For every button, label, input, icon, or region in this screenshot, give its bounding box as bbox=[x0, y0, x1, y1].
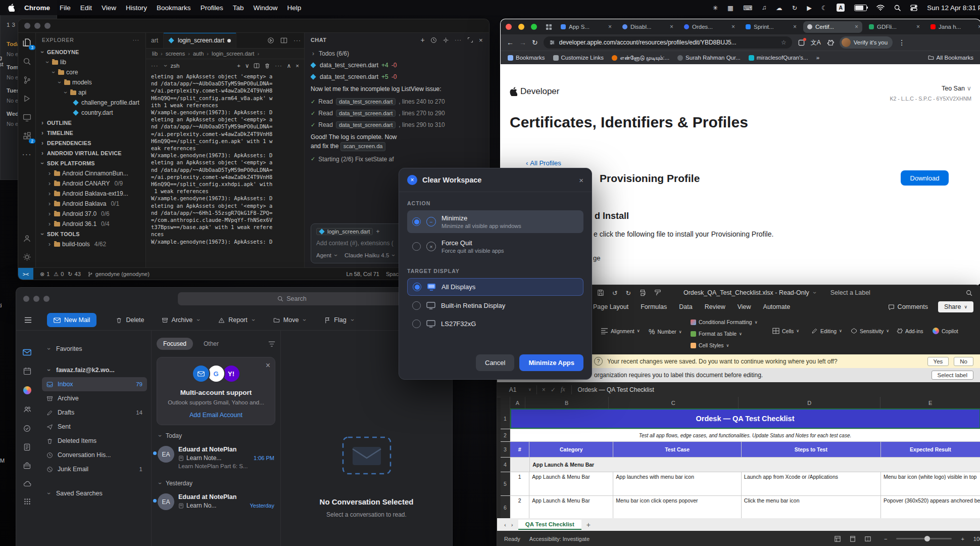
close-window-button[interactable] bbox=[23, 296, 29, 302]
briefcase-module-icon[interactable] bbox=[23, 462, 31, 470]
all-profiles-back-link[interactable]: ‹All Profiles bbox=[526, 159, 561, 167]
filter-icon[interactable] bbox=[268, 341, 275, 347]
cells-group[interactable]: Cells∨ bbox=[772, 328, 799, 334]
data-cell[interactable]: Popover (360x520) appears anchored be... bbox=[881, 496, 980, 519]
other-tab[interactable]: Other bbox=[197, 338, 225, 350]
subtitle-cell[interactable]: Test all app flows, edge cases, and func… bbox=[510, 429, 980, 441]
sensitivity-group[interactable]: Sensitivity∨ bbox=[851, 328, 889, 334]
radio-selected-icon[interactable] bbox=[412, 217, 421, 226]
copilot-button[interactable]: Copilot bbox=[933, 328, 958, 334]
menubar-item-file[interactable]: File bbox=[60, 4, 71, 12]
terminal-output[interactable]: eleting an ApkAssets object '<empty> a n… bbox=[146, 72, 304, 267]
translate-icon[interactable]: 文A bbox=[811, 38, 821, 47]
menubar-item-history[interactable]: History bbox=[126, 4, 147, 12]
diff-file-row[interactable]: data_test_screen.dart+4-0 bbox=[311, 62, 483, 69]
tab-groups-icon[interactable] bbox=[546, 24, 552, 30]
close-window-button[interactable] bbox=[506, 24, 512, 30]
tool-read-row[interactable]: ✓Readdata_test_screen.dart, lines 270 to… bbox=[311, 110, 483, 117]
todos-collapsed-row[interactable]: ›Todos (6/6) bbox=[311, 50, 483, 57]
explorer-more-icon[interactable]: ··· bbox=[133, 37, 140, 43]
close-tab-icon[interactable]: × bbox=[855, 23, 858, 30]
spotlight-search-icon[interactable] bbox=[894, 5, 901, 11]
column-header[interactable]: C bbox=[609, 397, 739, 408]
row-header[interactable]: 2 bbox=[501, 429, 510, 441]
add-ins-group[interactable]: Add-ins bbox=[896, 328, 923, 334]
folder-junk-email[interactable]: Junk Email1 bbox=[42, 462, 147, 476]
header-cell[interactable]: # bbox=[510, 442, 529, 457]
focused-tab[interactable]: Focused bbox=[157, 338, 193, 350]
header-cell[interactable]: Category bbox=[529, 442, 613, 457]
extension-icon[interactable] bbox=[798, 39, 805, 47]
apple-menu-icon[interactable] bbox=[8, 4, 15, 12]
tree-item-lib[interactable]: ›lib bbox=[36, 57, 145, 67]
conditional-formatting-button[interactable]: Conditional Formatting∨ bbox=[691, 319, 758, 325]
workspace-indicator[interactable]: genodyne (genodyne) bbox=[87, 271, 150, 277]
next-sheet-icon[interactable]: › bbox=[511, 522, 513, 528]
file-chip[interactable]: scan_screen.da bbox=[340, 142, 386, 151]
bookmark-item[interactable]: miraclesofQuran's... bbox=[749, 55, 808, 61]
select-label-button[interactable]: Select label bbox=[932, 371, 973, 380]
radio-icon[interactable] bbox=[412, 301, 421, 310]
bookmarks-overflow-icon[interactable]: » bbox=[816, 55, 819, 61]
zoom-window-button[interactable] bbox=[44, 23, 51, 29]
data-cell[interactable]: 2 bbox=[510, 496, 529, 519]
header-cell[interactable]: Steps to Test bbox=[742, 442, 881, 457]
terminal-dropdown-icon[interactable]: ∨ bbox=[245, 62, 249, 69]
grid-status-icon[interactable]: ▦ bbox=[727, 4, 733, 12]
more-activity-icon[interactable]: ··· bbox=[21, 149, 32, 160]
copilot-module-icon[interactable] bbox=[23, 386, 31, 394]
more-apps-icon[interactable] bbox=[24, 498, 31, 505]
editor-tab-login-screen[interactable]: login_screen.dart bbox=[164, 33, 236, 48]
report-button[interactable]: Report› bbox=[218, 316, 256, 324]
cancel-entry-icon[interactable]: × bbox=[542, 386, 546, 393]
menubar-item-tab[interactable]: Tab bbox=[233, 4, 244, 12]
tab-ordes[interactable]: Ordes...× bbox=[680, 21, 739, 33]
row-header[interactable]: 5 bbox=[501, 472, 510, 495]
problems-indicator[interactable]: ⊗1 ⚠0 ↻43 bbox=[40, 271, 81, 278]
data-cell[interactable]: Menu bar icon click opens popover bbox=[613, 496, 742, 519]
tab-data[interactable]: Data bbox=[679, 303, 692, 310]
column-header[interactable]: A bbox=[510, 397, 525, 408]
flag-button[interactable]: Flag› bbox=[324, 316, 355, 324]
format-as-table-button[interactable]: Format as Table∨ bbox=[691, 331, 742, 337]
bookmark-item[interactable]: Bookmarks bbox=[508, 55, 545, 61]
data-cell[interactable]: App Launch & Menu Bar bbox=[529, 472, 613, 495]
data-cell[interactable]: Click the menu bar icon bbox=[742, 496, 881, 519]
sdk-platform-item[interactable]: ›Android CinnamonBun... bbox=[36, 168, 145, 178]
data-cell[interactable]: 1 bbox=[510, 472, 529, 495]
minimize-window-button[interactable] bbox=[34, 23, 40, 29]
folder-sent[interactable]: Sent bbox=[42, 420, 147, 434]
radio-icon[interactable] bbox=[412, 320, 421, 328]
sync-status-icon[interactable]: ↻ bbox=[792, 4, 797, 12]
kill-terminal-icon[interactable] bbox=[264, 63, 270, 69]
display-option-builtin[interactable]: Built-in Retina Display bbox=[407, 297, 583, 314]
maximize-panel-icon[interactable]: ∧ bbox=[287, 62, 291, 69]
active-sheet-tab[interactable]: QA Test Checklist bbox=[518, 520, 581, 530]
context-chip[interactable]: login_screen.dart bbox=[316, 228, 373, 235]
battery-icon[interactable] bbox=[854, 5, 867, 11]
data-cell[interactable]: Launch app from Xcode or /Applications bbox=[742, 472, 881, 495]
menubar-item-window[interactable]: Window bbox=[253, 4, 277, 12]
tab-gdfli[interactable]: GDFli...× bbox=[865, 21, 924, 33]
chat-more-icon[interactable]: ··· bbox=[455, 37, 462, 43]
settings-gear-icon[interactable] bbox=[21, 251, 32, 262]
minimize-apps-button[interactable]: Minimize Apps bbox=[519, 354, 583, 371]
tree-item-challenge-profile[interactable]: challenge_profile.dart bbox=[36, 98, 145, 108]
split-terminal-icon[interactable] bbox=[254, 63, 260, 69]
close-chat-icon[interactable]: × bbox=[479, 36, 483, 44]
run-button[interactable] bbox=[264, 33, 277, 48]
zoom-window-button[interactable] bbox=[531, 24, 537, 30]
number-group[interactable]: % Number∨ bbox=[649, 328, 682, 336]
tree-item-core[interactable]: ›core bbox=[36, 67, 145, 77]
group-header-yesterday[interactable]: ›Yesterday bbox=[158, 480, 275, 487]
panel-more-icon[interactable]: ··· bbox=[151, 63, 159, 69]
header-cell[interactable]: Test Case bbox=[613, 442, 742, 457]
run-debug-icon[interactable] bbox=[21, 93, 32, 104]
more-actions-icon[interactable]: ··· bbox=[290, 33, 304, 48]
add-sheet-icon[interactable]: + bbox=[586, 521, 591, 529]
formula-content[interactable]: Ordesk — QA Test Checklist bbox=[578, 386, 654, 393]
close-tab-icon[interactable]: × bbox=[916, 23, 920, 30]
cloud-module-icon[interactable] bbox=[23, 481, 31, 487]
select-all-corner[interactable] bbox=[501, 397, 510, 408]
tab-formulas[interactable]: Formulas bbox=[641, 303, 667, 310]
